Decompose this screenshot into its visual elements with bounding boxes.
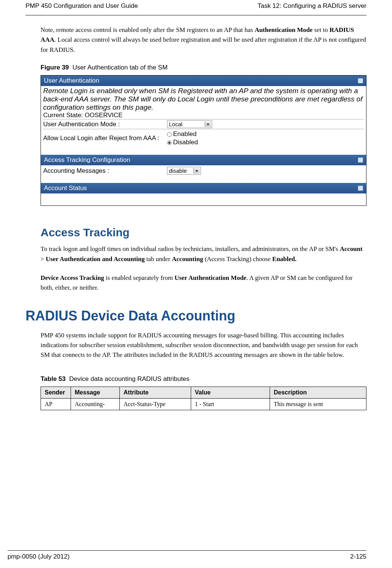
td-description: This message is sent [270,398,366,410]
radius-p1: PMP 450 systems include support for RADI… [41,331,366,360]
access-tracking-heading: Access Tracking [41,226,366,239]
panel3-title-text: Account Status [44,184,87,192]
header-left: PMP 450 Configuration and User Guide [26,2,138,10]
td-message: Accounting- [71,398,120,410]
footer-right: 2-125 [350,553,366,560]
figure-label: Figure 39 [41,64,69,71]
table-caption: Table 53 Device data accounting RADIUS a… [41,375,366,383]
intro-post: . Local access control will always be us… [41,36,366,53]
intro-bold1: Authentication Mode [255,26,312,33]
header-rule [26,15,366,15]
footer-left: pmp-0050 (July 2012) [8,553,69,560]
radio-disabled[interactable] [167,140,172,145]
acct-msg-select[interactable]: disable [167,167,201,175]
auth-mode-select[interactable]: Local [167,120,212,128]
panel1-state: Current State: OOSERVICE [43,112,364,119]
panel1-title-text: User Authentication [44,77,99,85]
acct-msg-label: Accounting Messages : [43,167,167,175]
th-value: Value [191,387,270,398]
radio-enabled[interactable] [167,132,172,137]
radio-disabled-label: Disabled [173,139,198,146]
th-attribute: Attribute [120,387,191,398]
panel1-note: Remote Login is enabled only when SM is … [43,87,364,112]
header-right: Task 12: Configuring a RADIUS server [258,2,366,10]
table-row: AP Accounting- Acct-Status-Type 1 - Star… [41,398,366,410]
th-sender: Sender [41,387,71,398]
radius-attributes-table: Sender Message Attribute Value Descripti… [41,387,366,410]
panel-collapse-icon[interactable] [358,157,363,163]
figure-title: User Authentication tab of the SM [72,64,167,71]
th-message: Message [71,387,120,398]
intro-pre: Note, remote access control is enabled o… [41,26,255,33]
intro-paragraph: Note, remote access control is enabled o… [41,25,366,55]
th-description: Description [270,387,366,398]
panel-account-status-title: Account Status [41,183,366,193]
td-value: 1 - Start [191,398,270,410]
td-sender: AP [41,398,71,410]
panel-user-auth-title: User Authentication [41,76,366,86]
radius-heading: RADIUS Device Data Accounting [26,308,366,324]
panel2-title-text: Access Tracking Configuration [44,156,130,164]
intro-mid1: set to [313,26,330,33]
panel-collapse-icon[interactable] [358,78,363,83]
panel-collapse-icon[interactable] [358,186,363,191]
radio-enabled-label: Enabled [173,130,196,137]
figure-caption: Figure 39 User Authentication tab of the… [41,64,366,71]
table-label: Table 53 [41,375,66,382]
td-attribute: Acct-Status-Type [120,398,191,410]
auth-mode-label: User Authentication Mode : [43,121,167,128]
table-header-row: Sender Message Attribute Value Descripti… [41,387,366,398]
access-tracking-p2: Device Access Tracking is enabled separa… [41,273,366,293]
allow-local-label: Allow Local Login after Reject from AAA … [43,134,167,142]
ui-screenshot: User Authentication Remote Login is enab… [41,75,366,206]
access-tracking-p1: To track logon and logoff times on indiv… [41,244,366,264]
table-title: Device data accounting RADIUS attributes [69,375,189,382]
panel-access-tracking-title: Access Tracking Configuration [41,155,366,165]
